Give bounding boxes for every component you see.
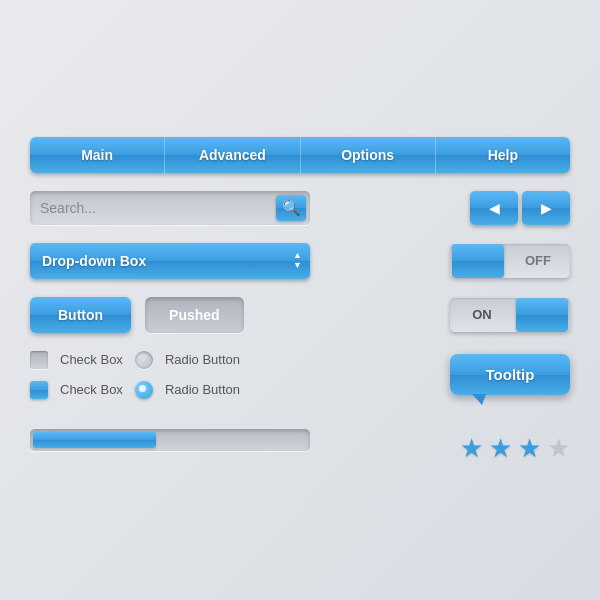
- nav-bar: Main Advanced Options Help: [30, 137, 570, 173]
- toggle-off-knob: [452, 244, 504, 278]
- toggle-on-label: ON: [450, 307, 514, 322]
- radio-unchecked[interactable]: [135, 351, 153, 369]
- star-4[interactable]: ★: [547, 433, 570, 464]
- progress-bar-track[interactable]: [30, 429, 310, 451]
- dropdown-arrow-down: ▼: [293, 261, 302, 270]
- stars-rating[interactable]: ★ ★ ★ ★: [460, 433, 570, 464]
- buttons-toggle-row: Button Pushed ON: [30, 297, 570, 333]
- dropdown-toggle-row: Drop-down Box ▲ ▼ OFF: [30, 243, 570, 279]
- toggle-off-label: OFF: [506, 253, 570, 268]
- dropdown-box[interactable]: Drop-down Box ▲ ▼: [30, 243, 310, 279]
- checks-tooltip-row: Check Box Radio Button Check Box Radio B…: [30, 351, 570, 399]
- arrow-right-icon: ▶: [541, 200, 552, 216]
- dropdown-arrow-up: ▲: [293, 251, 302, 260]
- radio-checked-label: Radio Button: [165, 382, 240, 397]
- progress-stars-row: ★ ★ ★ ★: [30, 417, 570, 464]
- checkbox-checked-label: Check Box: [60, 382, 123, 397]
- checkbox-row-unchecked: Check Box Radio Button: [30, 351, 240, 369]
- tooltip-text: Tooltip: [486, 366, 535, 383]
- star-1[interactable]: ★: [460, 433, 483, 464]
- star-2[interactable]: ★: [489, 433, 512, 464]
- checks-radios: Check Box Radio Button Check Box Radio B…: [30, 351, 240, 399]
- search-arrow-row: Search... 🔍 ◀ ▶: [30, 191, 570, 225]
- search-placeholder: Search...: [40, 200, 276, 216]
- nav-tab-help[interactable]: Help: [436, 137, 570, 173]
- star-3[interactable]: ★: [518, 433, 541, 464]
- buttons-group: Button Pushed: [30, 297, 244, 333]
- checkbox-unchecked[interactable]: [30, 351, 48, 369]
- checkbox-row-checked: Check Box Radio Button: [30, 381, 240, 399]
- arrow-left-icon: ◀: [489, 200, 500, 216]
- toggle-on[interactable]: ON: [450, 298, 570, 332]
- search-icon: 🔍: [282, 199, 301, 217]
- toggle-on-knob: [516, 298, 568, 332]
- toggle-off[interactable]: OFF: [450, 244, 570, 278]
- search-bar[interactable]: Search... 🔍: [30, 191, 310, 225]
- tooltip: Tooltip: [450, 354, 570, 395]
- dropdown-label: Drop-down Box: [42, 253, 146, 269]
- nav-tab-advanced[interactable]: Advanced: [165, 137, 300, 173]
- search-button[interactable]: 🔍: [276, 195, 306, 221]
- radio-unchecked-label: Radio Button: [165, 352, 240, 367]
- dropdown-arrows: ▲ ▼: [293, 251, 302, 270]
- progress-bar-fill: [33, 432, 156, 448]
- arrow-left-button[interactable]: ◀: [470, 191, 518, 225]
- nav-tab-options[interactable]: Options: [301, 137, 436, 173]
- arrow-right-button[interactable]: ▶: [522, 191, 570, 225]
- arrow-buttons: ◀ ▶: [470, 191, 570, 225]
- right-section: Tooltip: [450, 354, 570, 395]
- checkbox-checked[interactable]: [30, 381, 48, 399]
- checkbox-unchecked-label: Check Box: [60, 352, 123, 367]
- nav-tab-main[interactable]: Main: [30, 137, 165, 173]
- radio-checked[interactable]: [135, 381, 153, 399]
- blue-button[interactable]: Button: [30, 297, 131, 333]
- pushed-button[interactable]: Pushed: [145, 297, 244, 333]
